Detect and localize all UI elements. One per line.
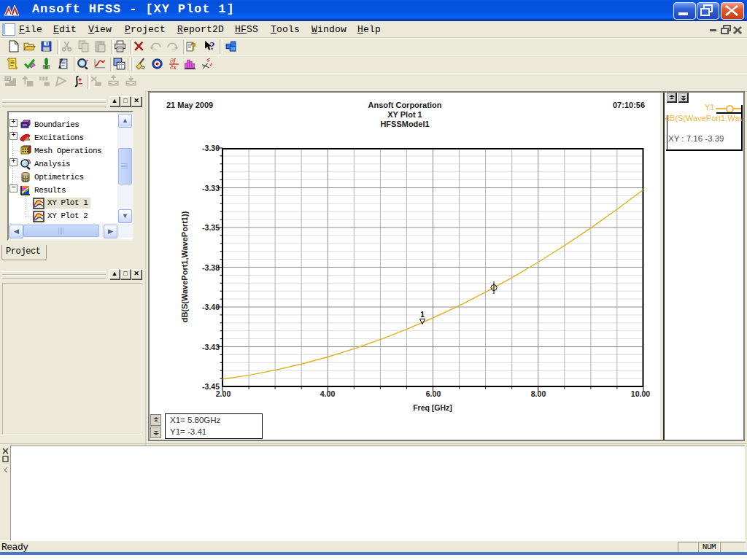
svg-text:?: ? xyxy=(210,41,215,52)
svg-text:4.00: 4.00 xyxy=(320,389,336,398)
svg-text:-3.35: -3.35 xyxy=(202,223,220,232)
svg-text:8.00: 8.00 xyxy=(531,389,546,398)
svg-text:-3.38: -3.38 xyxy=(202,263,220,272)
svg-text:∂x: ∂x xyxy=(170,63,177,70)
svg-text:Freq [GHz]: Freq [GHz] xyxy=(413,403,452,412)
svg-text:-3.40: -3.40 xyxy=(202,303,220,311)
svg-text:-3.33: -3.33 xyxy=(202,184,220,192)
svg-text:dB(S(WavePort1,WavePort1)): dB(S(WavePort1,WavePort1)) xyxy=(180,211,189,322)
svg-text:6.00: 6.00 xyxy=(426,389,441,398)
svg-text:?: ? xyxy=(190,41,196,52)
svg-text:-3.30: -3.30 xyxy=(202,144,220,152)
svg-text:1: 1 xyxy=(420,311,425,319)
svg-text:-3.43: -3.43 xyxy=(202,343,220,351)
svg-text:10.00: 10.00 xyxy=(631,389,650,398)
svg-text:2.00: 2.00 xyxy=(216,389,231,398)
